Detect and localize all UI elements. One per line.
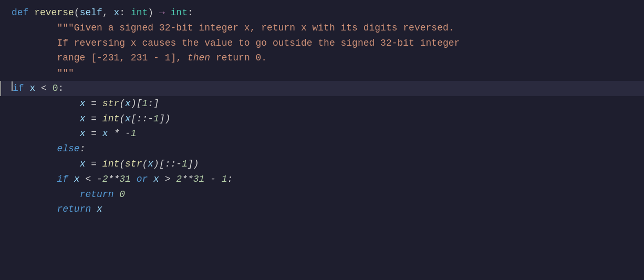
arrow: → <box>159 5 171 20</box>
var-x9: x <box>148 157 153 172</box>
keyword-if2: if <box>57 172 74 187</box>
var-x8: x <box>80 157 91 172</box>
code-line-int2: x = int(str(x)[::-1]) <box>0 157 644 172</box>
indent7 <box>12 187 80 202</box>
eq3: = <box>91 126 102 141</box>
code-line-def: def reverse(self, x: int) → int: <box>0 5 644 20</box>
indent8 <box>12 202 57 217</box>
funcname: reverse <box>34 5 74 20</box>
keyword-or: or <box>137 172 153 187</box>
docstring-3a: range [-231, 231 - 1], <box>12 50 188 66</box>
colon3: : <box>80 141 86 157</box>
num-0: 0 <box>53 81 58 96</box>
eq1: = <box>91 96 102 111</box>
var-x6: x <box>80 126 91 141</box>
int2-open: ( <box>119 157 125 172</box>
pow2: ** <box>182 172 193 187</box>
code-line-doc4: """ <box>0 66 644 81</box>
docstring-2: If reversing x causes the value to go ou… <box>12 36 460 51</box>
docstring-1: """Given a signed 32-bit integer x, retu… <box>12 20 454 36</box>
code-line-range: if x < -2**31 or x > 2**31 - 1: <box>0 172 644 187</box>
param-self: self <box>80 5 102 20</box>
func-str1: str <box>102 96 119 111</box>
num-1c: 1 <box>131 126 137 141</box>
str2-call: ( <box>142 157 148 172</box>
code-line-doc3: range [-231, 231 - 1], then return 0. <box>0 50 644 66</box>
var-x11: x <box>153 172 165 187</box>
var-x5: x <box>125 111 131 127</box>
code-line-doc1: """Given a signed 32-bit integer x, retu… <box>0 20 644 36</box>
num-1d: 1 <box>182 157 188 172</box>
var-x10: x <box>74 172 86 187</box>
func-int1: int <box>102 111 119 127</box>
keyword-else: else <box>57 141 79 157</box>
colon4: : <box>227 172 233 187</box>
str-call1: ( <box>119 96 125 111</box>
indent4 <box>12 141 57 157</box>
var-x12: x <box>97 202 102 217</box>
var-x1: x <box>29 81 41 96</box>
colon2: : <box>58 81 64 96</box>
indent6 <box>12 172 57 187</box>
keyword-return1: return <box>80 187 120 202</box>
type-int2: int <box>171 5 188 20</box>
indent5 <box>12 157 80 172</box>
slice4: )[::- <box>153 157 182 172</box>
code-line-return0: return 0 <box>0 187 644 202</box>
str-call2: )[ <box>131 96 142 111</box>
pow1: ** <box>108 172 120 187</box>
var-x4: x <box>80 111 91 127</box>
code-line-if: if x < 0: <box>0 81 644 96</box>
slice2: [::- <box>131 111 153 127</box>
op-lt2: < - <box>85 172 102 187</box>
num-31b: 31 <box>193 172 205 187</box>
indent1 <box>12 96 80 111</box>
eq2: = <box>91 111 102 127</box>
docstring-then: then <box>188 50 210 66</box>
docstring-close: """ <box>12 66 74 81</box>
indent2 <box>12 111 80 127</box>
keyword-def: def <box>12 5 34 20</box>
param-x: x <box>113 5 119 20</box>
type-int1: int <box>131 5 148 20</box>
indent3 <box>12 126 80 141</box>
int-call1: ( <box>119 111 125 127</box>
func-int2: int <box>102 157 119 172</box>
code-line-str: x = str(x)[1:] <box>0 96 644 111</box>
code-line-neg: x = x * -1 <box>0 126 644 141</box>
paren-close: ) <box>148 5 159 20</box>
minus1: - <box>204 172 221 187</box>
code-line-int1: x = int(x[::-1]) <box>0 111 644 127</box>
num-31a: 31 <box>119 172 131 187</box>
slice5: ]) <box>188 157 199 172</box>
num-1b: 1 <box>153 111 159 127</box>
code-line-doc2: If reversing x causes the value to go ou… <box>0 36 644 51</box>
code-line-else: else: <box>0 141 644 157</box>
keyword-if1: if <box>13 81 29 96</box>
code-editor: def reverse(self, x: int) → int: """Give… <box>0 0 644 280</box>
paren-open: ( <box>74 5 80 20</box>
comma1: , <box>102 5 114 20</box>
var-x2: x <box>80 96 91 111</box>
mul: * - <box>113 126 130 141</box>
var-x7: x <box>102 126 114 141</box>
num-2a: 2 <box>102 172 108 187</box>
code-line-returnx: return x <box>0 202 644 217</box>
slice1: :] <box>148 96 159 111</box>
num-1: 1 <box>142 96 148 111</box>
var-x3: x <box>125 96 131 111</box>
eq4: = <box>91 157 102 172</box>
op-gt: > <box>165 172 176 187</box>
func-str2: str <box>125 157 142 172</box>
num-2b: 2 <box>176 172 182 187</box>
op-lt1: < <box>41 81 53 96</box>
num-0b: 0 <box>119 187 125 202</box>
slice3: ]) <box>159 111 171 127</box>
num-1e: 1 <box>222 172 227 187</box>
space1 <box>131 172 137 187</box>
docstring-3b: return 0. <box>210 50 267 66</box>
colon-end: : <box>188 5 193 20</box>
colon1: : <box>119 5 131 20</box>
keyword-return2: return <box>57 202 97 217</box>
